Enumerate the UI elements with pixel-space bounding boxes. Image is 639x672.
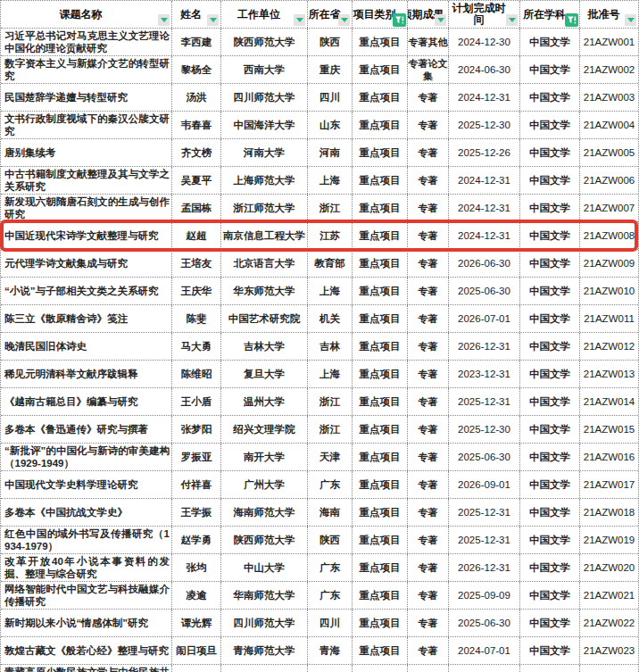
cell-type[interactable]: 重点项目 bbox=[353, 582, 408, 609]
cell-type[interactable]: 重点项目 bbox=[353, 444, 408, 470]
cell-name[interactable]: 罗振亚 bbox=[172, 444, 221, 470]
cell-province[interactable]: 机关 bbox=[308, 305, 353, 332]
cell-deadline[interactable]: 2024-12-31 bbox=[449, 84, 520, 111]
cell-deadline[interactable]: 2025-06-30 bbox=[449, 278, 520, 304]
cell-type[interactable]: 重点项目 bbox=[353, 112, 408, 138]
cell-outcome[interactable]: 专著 bbox=[408, 195, 449, 221]
cell-province[interactable]: 上海 bbox=[308, 361, 353, 387]
cell-title[interactable]: 《越南古籍总目》编纂与研究 bbox=[1, 388, 172, 415]
cell-name[interactable]: 王庆华 bbox=[172, 278, 221, 304]
cell-type[interactable]: 重点项目 bbox=[353, 333, 408, 360]
cell-id[interactable]: 21AZW018 bbox=[580, 499, 638, 526]
cell-name[interactable]: 王培友 bbox=[172, 250, 221, 277]
cell-org[interactable]: 南开大学 bbox=[221, 444, 308, 470]
cell-name[interactable]: 陈斐 bbox=[172, 305, 221, 332]
cell-title[interactable]: 中国现代文学史料学理论研究 bbox=[1, 471, 172, 498]
cell-province[interactable]: 重庆 bbox=[308, 56, 353, 83]
cell-id[interactable]: 21AZW004 bbox=[580, 112, 638, 138]
cell-outcome[interactable]: 专著 bbox=[408, 444, 449, 470]
cell-outcome[interactable]: 专著 bbox=[408, 416, 449, 443]
cell-org[interactable]: 四川师范大学 bbox=[221, 610, 308, 636]
cell-discipline[interactable]: 中国文学 bbox=[520, 56, 580, 83]
cell-deadline[interactable]: 2024-07-01 bbox=[449, 637, 520, 664]
cell-name[interactable]: 凌逾 bbox=[172, 582, 221, 609]
cell-discipline[interactable]: 中国文学 bbox=[520, 665, 580, 672]
cell-title[interactable]: 唐别集续考 bbox=[1, 139, 172, 166]
cell-type[interactable]: 重点项目 bbox=[353, 222, 408, 249]
cell-id[interactable]: 21AZW010 bbox=[580, 278, 638, 304]
cell-org[interactable]: 绍兴文理学院 bbox=[221, 416, 308, 443]
cell-deadline[interactable]: 2024-12-31 bbox=[449, 665, 520, 672]
cell-title[interactable]: 改革开放40年小说本事资料的发掘、整理与综合研究 bbox=[1, 554, 172, 581]
cell-id[interactable]: 21AZW011 bbox=[580, 305, 638, 332]
cell-province[interactable]: 广东 bbox=[308, 554, 353, 581]
cell-name[interactable]: 张均 bbox=[172, 554, 221, 581]
cell-org[interactable]: 华南师范大学 bbox=[221, 582, 308, 609]
cell-name[interactable]: 齐文榜 bbox=[172, 139, 221, 166]
cell-type[interactable]: 重点项目 bbox=[353, 29, 408, 55]
cell-deadline[interactable]: 2023-12-31 bbox=[449, 361, 520, 387]
cell-id[interactable]: 21AZW007 bbox=[580, 195, 638, 221]
cell-org[interactable]: 复旦大学 bbox=[221, 361, 308, 387]
cell-name[interactable]: 王学振 bbox=[172, 499, 221, 526]
cell-outcome[interactable]: 专著 bbox=[408, 361, 449, 387]
cell-title[interactable]: 网络智能时代中国文艺与科技融媒介传播研究 bbox=[1, 582, 172, 609]
cell-outcome[interactable]: 专著 bbox=[408, 637, 449, 664]
cell-type[interactable]: 重点项目 bbox=[353, 499, 408, 526]
cell-type[interactable]: 重点项目 bbox=[353, 665, 408, 672]
cell-discipline[interactable]: 中国文学 bbox=[520, 222, 580, 249]
cell-title[interactable]: 稀见元明清科举文献序跋辑释 bbox=[1, 361, 172, 387]
cell-id[interactable]: 21AZW023 bbox=[580, 637, 638, 664]
cell-title[interactable]: 新发现六朝隋唐石刻文的生成与创作研究 bbox=[1, 195, 172, 221]
cell-title[interactable]: 中古书籍制度文献整理及其与文学之关系研究 bbox=[1, 167, 172, 194]
cell-province[interactable]: 河南 bbox=[308, 139, 353, 166]
cell-title[interactable]: 晚清民国旧体诗史 bbox=[1, 333, 172, 360]
cell-title[interactable]: 敦煌古藏文《般若心经》整理与研究 bbox=[1, 637, 172, 664]
cell-type[interactable]: 重点项目 bbox=[353, 527, 408, 553]
filter-dropdown-icon[interactable] bbox=[158, 14, 170, 26]
cell-type[interactable]: 重点项目 bbox=[353, 305, 408, 332]
filter-dropdown-icon[interactable] bbox=[506, 14, 518, 26]
cell-type[interactable]: 重点项目 bbox=[353, 84, 408, 111]
cell-org[interactable]: 南京信息工程大学 bbox=[221, 222, 308, 249]
cell-title[interactable]: 红色中国的域外书写及传播研究（1934-1979） bbox=[1, 527, 172, 553]
filter-dropdown-icon[interactable] bbox=[294, 14, 305, 26]
cell-discipline[interactable]: 中国文学 bbox=[520, 444, 580, 470]
cell-type[interactable]: 重点项目 bbox=[353, 56, 408, 83]
cell-id[interactable]: 21AZW020 bbox=[580, 554, 638, 581]
cell-discipline[interactable]: 中国文学 bbox=[520, 361, 580, 387]
cell-province[interactable]: 青海 bbox=[308, 665, 353, 672]
cell-title[interactable]: 中国近现代宋诗学文献整理与研究 bbox=[1, 222, 172, 249]
cell-discipline[interactable]: 中国文学 bbox=[520, 388, 580, 415]
cell-id[interactable]: 21AZW014 bbox=[580, 388, 638, 415]
cell-title[interactable]: 陈三立《散原精舍诗》笺注 bbox=[1, 305, 172, 332]
cell-deadline[interactable]: 2025-06-30 bbox=[449, 444, 520, 470]
cell-deadline[interactable]: 2026-06-30 bbox=[449, 250, 520, 277]
cell-org[interactable]: 中国艺术研究院 bbox=[221, 305, 308, 332]
filter-dropdown-icon[interactable] bbox=[207, 14, 219, 26]
cell-org[interactable]: 海南师范大学 bbox=[221, 499, 308, 526]
cell-discipline[interactable]: 中国文学 bbox=[520, 416, 580, 443]
cell-deadline[interactable]: 2025-12-31 bbox=[449, 499, 520, 526]
cell-province[interactable]: 四川 bbox=[308, 610, 353, 636]
cell-title[interactable]: 数字资本主义与新媒介文艺的转型研究 bbox=[1, 56, 172, 83]
cell-discipline[interactable]: 中国文学 bbox=[520, 527, 580, 553]
cell-province[interactable]: 海南 bbox=[308, 499, 353, 526]
cell-id[interactable]: 21AZW002 bbox=[580, 56, 638, 83]
cell-title[interactable]: 元代理学诗文献集成与研究 bbox=[1, 250, 172, 277]
cell-id[interactable]: 21AZW006 bbox=[580, 167, 638, 194]
cell-id[interactable]: 21AZW017 bbox=[580, 471, 638, 498]
cell-outcome[interactable]: 专著 bbox=[408, 167, 449, 194]
cell-org[interactable]: 陕西师范大学 bbox=[221, 527, 308, 553]
cell-discipline[interactable]: 中国文学 bbox=[520, 471, 580, 498]
filter-applied-icon[interactable] bbox=[565, 13, 578, 27]
cell-org[interactable]: 中国海洋大学 bbox=[221, 112, 308, 138]
cell-outcome[interactable]: 专著 bbox=[408, 139, 449, 166]
cell-type[interactable]: 重点项目 bbox=[353, 610, 408, 636]
cell-org[interactable]: 华东师范大学 bbox=[221, 278, 308, 304]
cell-org[interactable]: 河南大学 bbox=[221, 139, 308, 166]
cell-deadline[interactable]: 2024-12-30 bbox=[449, 29, 520, 55]
cell-outcome[interactable]: 专著 bbox=[408, 333, 449, 360]
cell-id[interactable]: 21AZW009 bbox=[580, 250, 638, 277]
cell-outcome[interactable]: 专著 bbox=[408, 278, 449, 304]
